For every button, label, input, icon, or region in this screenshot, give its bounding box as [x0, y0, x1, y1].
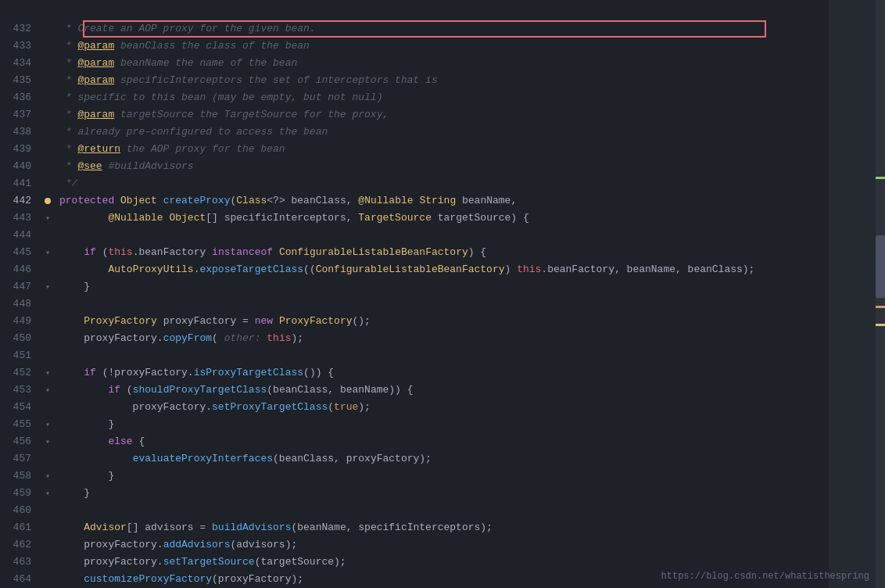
- line-number: 456: [0, 433, 41, 450]
- line-number: 440: [0, 158, 41, 175]
- code-line: 452▾ if (!proxyFactory.isProxyTargetClas…: [0, 364, 829, 382]
- fold-icon[interactable]: ▾: [45, 437, 50, 446]
- code-line: 447▾ }: [0, 278, 829, 296]
- code-line: 463 proxyFactory.setTargetSource(targetS…: [0, 554, 829, 571]
- code-line: 435 * @param specificInterceptors the se…: [0, 72, 829, 89]
- code-line: 450 proxyFactory.copyFrom( other: this);: [0, 330, 829, 347]
- code-line: 444: [0, 227, 829, 244]
- gutter-cell: ▾: [41, 420, 55, 429]
- fold-icon[interactable]: ▾: [45, 471, 50, 481]
- fold-icon[interactable]: ▾: [45, 213, 50, 223]
- line-number: 452: [0, 364, 41, 382]
- gutter-cell: ▾: [41, 385, 55, 395]
- line-content: else {: [55, 433, 829, 450]
- line-content: proxyFactory.copyFrom( other: this);: [55, 330, 829, 347]
- line-number: 447: [0, 278, 41, 296]
- line-content: * @see #buildAdvisors: [55, 158, 829, 175]
- line-content: * @return the AOP proxy for the bean: [55, 141, 829, 158]
- gutter-cell: ▾: [41, 213, 55, 223]
- line-number: 445: [0, 244, 41, 261]
- code-line: 453▾ if (shouldProxyTargetClass(beanClas…: [0, 382, 829, 399]
- line-number: 461: [0, 519, 41, 536]
- code-line: 442protected Object createProxy(Class<?>…: [0, 192, 829, 210]
- code-line: 455▾ }: [0, 416, 829, 433]
- gutter-cell: ▾: [41, 368, 55, 378]
- gutter-cell: ▾: [41, 437, 55, 446]
- line-number: 464: [0, 571, 41, 588]
- code-line: 436 * specific to this bean (may be empt…: [0, 89, 829, 106]
- code-line: 461 Advisor[] advisors = buildAdvisors(b…: [0, 519, 829, 536]
- line-content: proxyFactory.setTargetSource(targetSourc…: [55, 554, 829, 571]
- line-content: }: [55, 278, 829, 296]
- line-content: proxyFactory.addAdvisors(advisors);: [55, 536, 829, 554]
- line-number: 460: [0, 502, 41, 519]
- code-line: 434 * @param beanName the name of the be…: [0, 55, 829, 72]
- line-number: 458: [0, 468, 41, 485]
- line-number: 443: [0, 210, 41, 227]
- code-line: 462 proxyFactory.addAdvisors(advisors);: [0, 536, 829, 554]
- line-content: ProxyFactory proxyFactory = new ProxyFac…: [55, 313, 829, 330]
- code-line: 443▾ @Nullable Object[] specificIntercep…: [0, 210, 829, 227]
- warning-icon: [45, 198, 51, 204]
- line-content: */: [55, 175, 829, 192]
- scroll-mark-green: [876, 177, 885, 179]
- fold-icon[interactable]: ▾: [45, 282, 50, 292]
- code-line: 458▾ }: [0, 468, 829, 485]
- code-line: 449 ProxyFactory proxyFactory = new Prox…: [0, 313, 829, 330]
- line-number: 442: [0, 192, 41, 210]
- line-number: 437: [0, 106, 41, 124]
- code-line: 441 */: [0, 175, 829, 192]
- code-line: 451: [0, 347, 829, 364]
- fold-icon[interactable]: ▾: [45, 420, 50, 429]
- line-number: 438: [0, 124, 41, 141]
- line-content: if (shouldProxyTargetClass(beanClass, be…: [55, 382, 829, 399]
- line-number: 453: [0, 382, 41, 399]
- line-number: 433: [0, 38, 41, 55]
- line-number: 439: [0, 141, 41, 158]
- scroll-mark-orange: [876, 306, 885, 308]
- scrollbar-thumb[interactable]: [876, 235, 885, 298]
- line-number: 463: [0, 554, 41, 571]
- line-number: 436: [0, 89, 41, 106]
- line-content: * specific to this bean (may be empty, b…: [55, 89, 829, 106]
- line-number: 450: [0, 330, 41, 347]
- fold-icon[interactable]: ▾: [45, 248, 50, 257]
- fold-icon[interactable]: ▾: [45, 368, 50, 378]
- line-number: 435: [0, 72, 41, 89]
- line-content: * @param targetSource the TargetSource f…: [55, 106, 829, 124]
- code-lines: 432 * Create an AOP proxy for the given …: [0, 0, 829, 588]
- line-content: * @param beanName the name of the bean: [55, 55, 829, 72]
- line-number: 455: [0, 416, 41, 433]
- line-content: if (!proxyFactory.isProxyTargetClass()) …: [55, 364, 829, 382]
- line-number: 459: [0, 485, 41, 502]
- line-number: 444: [0, 227, 41, 244]
- bottom-url: https://blog.csdn.net/whatisthespring: [661, 571, 869, 582]
- line-content: @Nullable Object[] specificInterceptors,…: [55, 210, 829, 227]
- gutter-cell: ▾: [41, 248, 55, 257]
- code-line: [0, 3, 829, 20]
- code-line: 445▾ if (this.beanFactory instanceof Con…: [0, 244, 829, 261]
- line-content: * Create an AOP proxy for the given bean…: [55, 20, 829, 38]
- code-line: 439 * @return the AOP proxy for the bean: [0, 141, 829, 158]
- line-number: 432: [0, 20, 41, 38]
- line-number: 449: [0, 313, 41, 330]
- gutter-cell: ▾: [41, 282, 55, 292]
- scrollbar-track[interactable]: [876, 0, 885, 588]
- line-number: 462: [0, 536, 41, 554]
- line-content: protected Object createProxy(Class<?> be…: [55, 192, 829, 210]
- line-content: evaluateProxyInterfaces(beanClass, proxy…: [55, 450, 829, 468]
- line-number: 441: [0, 175, 41, 192]
- line-number: 457: [0, 450, 41, 468]
- line-content: * already pre-configured to access the b…: [55, 124, 829, 141]
- line-content: }: [55, 468, 829, 485]
- minimap-area: [829, 0, 885, 588]
- fold-icon[interactable]: ▾: [45, 385, 50, 395]
- line-content: * @param beanClass the class of the bean: [55, 38, 829, 55]
- code-line: 437 * @param targetSource the TargetSour…: [0, 106, 829, 124]
- line-content: }: [55, 485, 829, 502]
- line-number: 434: [0, 55, 41, 72]
- line-content: AutoProxyUtils.exposeTargetClass((Config…: [55, 261, 829, 278]
- code-line: 446 AutoProxyUtils.exposeTargetClass((Co…: [0, 261, 829, 278]
- fold-icon[interactable]: ▾: [45, 489, 50, 498]
- line-number: 448: [0, 296, 41, 313]
